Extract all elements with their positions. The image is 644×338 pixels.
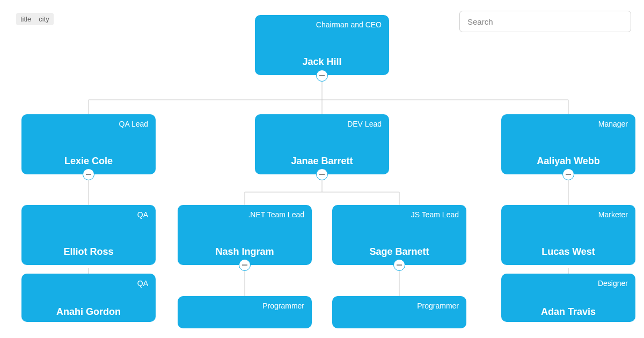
- node-title: QA: [29, 210, 148, 219]
- node-title: QA Lead: [29, 120, 148, 128]
- node-name: Anahi Gordon: [29, 306, 148, 318]
- toggle-city[interactable]: city: [39, 15, 49, 23]
- org-node-programmer-1[interactable]: Programmer: [178, 296, 312, 328]
- node-title: DEV Lead: [262, 120, 382, 128]
- collapse-toggle[interactable]: [316, 70, 328, 82]
- org-node-qa-1[interactable]: QA Elliot Ross: [21, 205, 156, 265]
- node-name: Lucas West: [509, 246, 628, 258]
- org-node-ceo[interactable]: Chairman and CEO Jack Hill: [255, 15, 389, 75]
- node-title: Marketer: [509, 210, 628, 219]
- org-node-marketer[interactable]: Marketer Lucas West: [501, 205, 635, 265]
- node-title: Designer: [509, 279, 628, 288]
- collapse-toggle[interactable]: [239, 259, 251, 271]
- org-node-qa-lead[interactable]: QA Lead Lexie Cole: [21, 114, 156, 174]
- node-title: Programmer: [340, 302, 459, 310]
- node-title: JS Team Lead: [340, 210, 459, 219]
- node-title: Chairman and CEO: [262, 20, 382, 29]
- org-node-js-lead[interactable]: JS Team Lead Sage Barnett: [332, 205, 466, 265]
- collapse-toggle[interactable]: [562, 168, 574, 180]
- collapse-toggle[interactable]: [316, 168, 328, 180]
- view-toggle-toolbar: title city: [16, 13, 54, 25]
- node-title: Programmer: [185, 302, 304, 310]
- node-title: .NET Team Lead: [185, 210, 304, 219]
- org-node-programmer-2[interactable]: Programmer: [332, 296, 466, 328]
- node-title: Manager: [509, 120, 628, 128]
- collapse-toggle[interactable]: [393, 259, 405, 271]
- node-name: Nash Ingram: [185, 246, 304, 258]
- toggle-title[interactable]: title: [20, 15, 31, 23]
- search-input[interactable]: [459, 11, 631, 32]
- node-name: Adan Travis: [509, 306, 628, 318]
- node-name: Elliot Ross: [29, 246, 148, 258]
- org-node-designer[interactable]: Designer Adan Travis: [501, 274, 635, 322]
- node-name: Aaliyah Webb: [509, 156, 628, 167]
- node-name: Sage Barnett: [340, 246, 459, 258]
- org-node-dev-lead[interactable]: DEV Lead Janae Barrett: [255, 114, 389, 174]
- node-name: Jack Hill: [262, 56, 382, 68]
- node-name: Lexie Cole: [29, 156, 148, 167]
- collapse-toggle[interactable]: [83, 168, 94, 180]
- node-title: QA: [29, 279, 148, 288]
- node-name: Janae Barrett: [262, 156, 382, 167]
- org-node-net-lead[interactable]: .NET Team Lead Nash Ingram: [178, 205, 312, 265]
- org-node-manager[interactable]: Manager Aaliyah Webb: [501, 114, 635, 174]
- org-node-qa-2[interactable]: QA Anahi Gordon: [21, 274, 156, 322]
